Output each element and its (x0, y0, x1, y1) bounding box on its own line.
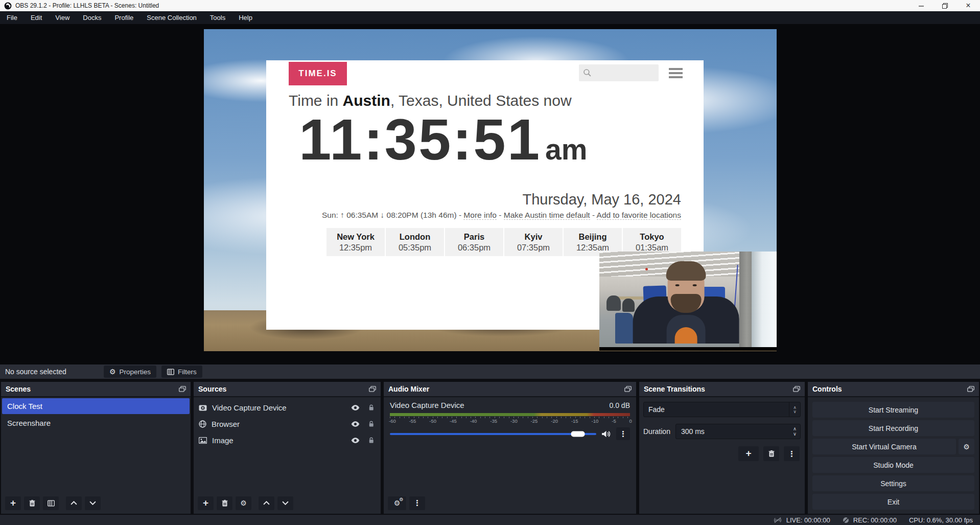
mixer-menu-button[interactable]: ⋮ (409, 496, 425, 510)
popout-icon[interactable] (967, 386, 974, 392)
menu-file[interactable]: File (0, 11, 24, 24)
trash-icon (222, 500, 228, 507)
trash-icon (29, 500, 35, 507)
move-scene-up-button[interactable] (66, 496, 82, 510)
menu-help[interactable]: Help (232, 11, 259, 24)
transition-select[interactable]: Fade ∧∨ (643, 402, 801, 417)
settings-button[interactable]: Settings (812, 475, 974, 491)
advanced-audio-button[interactable]: ⚙⚙ (388, 496, 406, 510)
exit-button[interactable]: Exit (812, 494, 974, 510)
person-eye (675, 284, 679, 286)
start-virtual-camera-button[interactable]: Start Virtual Camera (812, 439, 956, 454)
record-inactive-icon (843, 517, 849, 523)
minimize-icon (919, 3, 924, 8)
webcam-overlay (599, 252, 777, 351)
rec-status: REC: 00:00:00 (843, 516, 897, 524)
start-streaming-button[interactable]: Start Streaming (812, 402, 974, 418)
source-row-browser[interactable]: Browser (194, 416, 381, 431)
lock-open-icon[interactable] (368, 404, 375, 411)
gear-icon: ⚙ (109, 368, 116, 375)
window-title: OBS 29.1.2 - Profile: LLHLS BETA - Scene… (15, 2, 159, 9)
menu-edit[interactable]: Edit (24, 11, 49, 24)
menu-tools[interactable]: Tools (203, 11, 232, 24)
filter-icon (48, 500, 55, 507)
menu-view[interactable]: View (49, 11, 76, 24)
move-source-down-button[interactable] (277, 496, 293, 510)
maximize-button[interactable] (933, 0, 956, 11)
lock-open-icon[interactable] (368, 420, 375, 427)
studio-mode-button[interactable]: Studio Mode (812, 457, 974, 473)
move-source-up-button[interactable] (259, 496, 274, 510)
minimize-button[interactable] (909, 0, 933, 11)
visibility-eye-icon[interactable] (351, 437, 360, 444)
source-row-image[interactable]: Image (194, 432, 381, 448)
popout-icon[interactable] (179, 386, 186, 392)
speaker-icon[interactable] (601, 430, 611, 438)
filter-icon (167, 369, 174, 375)
properties-button[interactable]: ⚙ Properties (104, 366, 156, 378)
clock-display: 11:35:51am (299, 107, 587, 171)
mixer-channel-menu-button[interactable]: ⋮ (616, 427, 630, 440)
scene-item-clock-test[interactable]: Clock Test (2, 398, 190, 414)
broadcast-inactive-icon (773, 517, 782, 523)
obs-logo-icon (4, 2, 12, 10)
plus-icon: + (203, 498, 208, 508)
gear-icon: ⚙ (240, 499, 247, 507)
visibility-eye-icon[interactable] (351, 404, 360, 411)
source-properties-button[interactable]: ⚙ (236, 496, 251, 510)
gear-icon: ⚙ (963, 443, 970, 450)
sources-panel: Sources Video Capture Device Browser Ima… (194, 382, 381, 514)
more-info-link: More info (463, 211, 497, 220)
restore-icon (942, 3, 948, 9)
mixer-level-db: 0.0 dB (610, 401, 630, 409)
visibility-eye-icon[interactable] (351, 421, 360, 427)
person-head (667, 264, 704, 312)
add-source-button[interactable]: + (198, 496, 214, 510)
virtual-camera-config-button[interactable]: ⚙ (959, 439, 974, 454)
source-row-video-capture[interactable]: Video Capture Device (194, 400, 381, 415)
plus-icon: + (745, 448, 751, 458)
preview-area: TIME.IS Time in Austin, Texas, United St… (0, 24, 980, 364)
menu-profile[interactable]: Profile (108, 11, 140, 24)
move-scene-down-button[interactable] (85, 496, 101, 510)
camera-icon (199, 404, 207, 411)
audio-mixer-panel-title: Audio Mixer (388, 385, 429, 393)
transition-properties-button[interactable]: ⋮ (784, 446, 800, 461)
close-button[interactable]: × (956, 0, 980, 11)
filters-button[interactable]: Filters (161, 366, 202, 378)
combo-arrows-icon: ∧∨ (789, 402, 800, 417)
person-hair (666, 261, 706, 281)
remove-scene-button[interactable] (24, 496, 40, 510)
make-default-link: Make Austin time default (504, 211, 590, 220)
volume-meter (390, 413, 630, 416)
remove-source-button[interactable] (217, 496, 232, 510)
duration-input[interactable]: 300 ms ∧∨ (675, 424, 801, 439)
popout-icon[interactable] (624, 386, 632, 392)
kebab-icon: ⋮ (788, 449, 796, 459)
popout-icon[interactable] (793, 386, 800, 392)
plus-icon: + (10, 498, 16, 508)
trash-icon (768, 450, 775, 457)
spinner-arrows-icon[interactable]: ∧∨ (793, 427, 797, 436)
video-canvas[interactable]: TIME.IS Time in Austin, Texas, United St… (204, 29, 777, 351)
scene-filters-button[interactable] (43, 496, 59, 510)
add-transition-button[interactable]: + (738, 446, 759, 461)
scene-item-screenshare[interactable]: Screenshare (2, 415, 190, 431)
volume-slider-handle[interactable] (571, 431, 585, 437)
lock-open-icon[interactable] (368, 437, 375, 444)
meter-tick-labels: -60-55-50-45-40-35-30-25-20-15-10-50 (389, 418, 632, 424)
mixer-channel-name: Video Capture Device (390, 401, 610, 409)
hamburger-menu-icon (669, 68, 683, 80)
menu-scene-collection[interactable]: Scene Collection (140, 11, 203, 24)
start-recording-button[interactable]: Start Recording (812, 420, 974, 436)
duration-label: Duration (643, 427, 670, 436)
person-eye (692, 284, 696, 286)
controls-panel-title: Controls (812, 385, 842, 393)
volume-slider[interactable] (390, 433, 596, 435)
popout-icon[interactable] (369, 386, 376, 392)
remove-transition-button[interactable] (763, 446, 779, 461)
search-input (579, 64, 659, 81)
menu-docks[interactable]: Docks (76, 11, 108, 24)
add-scene-button[interactable]: + (5, 496, 21, 510)
city-london: London05:35pm (386, 228, 444, 256)
